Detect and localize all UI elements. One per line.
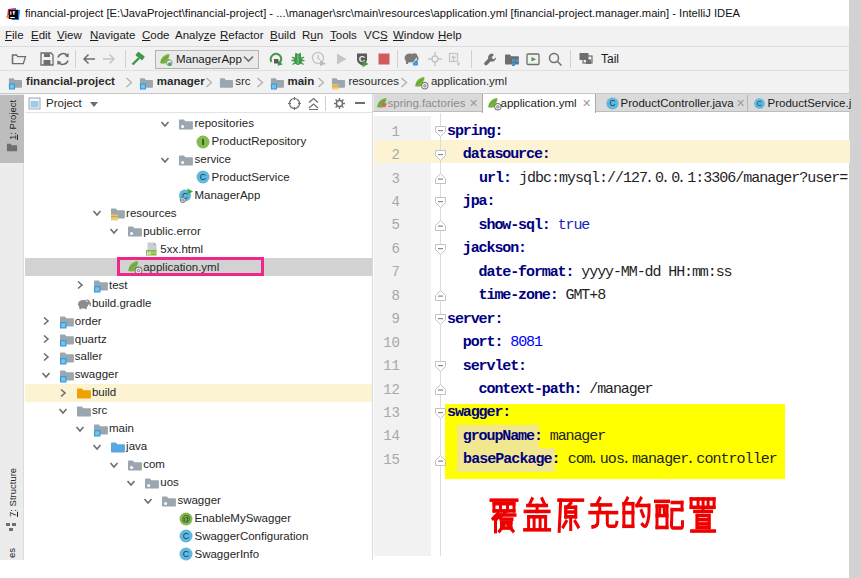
svg-text:I: I: [202, 137, 205, 147]
svg-text:H: H: [147, 250, 151, 256]
svg-text:C: C: [183, 549, 190, 559]
svg-text:C: C: [757, 98, 762, 107]
svg-text:C: C: [609, 98, 615, 108]
svg-text:C: C: [183, 531, 190, 541]
svg-text:C: C: [200, 172, 207, 182]
svg-text:@: @: [182, 513, 191, 523]
